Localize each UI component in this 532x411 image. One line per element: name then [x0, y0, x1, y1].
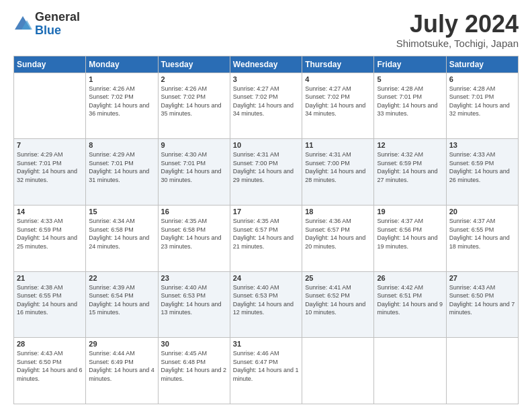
day-number: 12 — [377, 141, 443, 149]
header-thursday: Thursday — [302, 56, 374, 73]
calendar-cell-w4-d6: 26Sunrise: 4:42 AMSunset: 6:51 PMDayligh… — [374, 271, 446, 338]
day-info: Sunrise: 4:33 AMSunset: 6:59 PMDaylight:… — [17, 217, 83, 250]
calendar-week-5: 28Sunrise: 4:43 AMSunset: 6:50 PMDayligh… — [14, 338, 519, 404]
day-number: 27 — [449, 274, 515, 282]
day-number: 29 — [89, 340, 154, 348]
day-info: Sunrise: 4:26 AMSunset: 7:02 PMDaylight:… — [89, 85, 154, 118]
day-info: Sunrise: 4:27 AMSunset: 7:02 PMDaylight:… — [233, 85, 299, 118]
calendar-cell-w1-d5: 4Sunrise: 4:27 AMSunset: 7:02 PMDaylight… — [302, 73, 374, 139]
calendar-cell-w3-d4: 17Sunrise: 4:35 AMSunset: 6:57 PMDayligh… — [230, 205, 302, 271]
calendar-cell-w1-d1 — [14, 73, 86, 139]
calendar-cell-w5-d3: 30Sunrise: 4:45 AMSunset: 6:48 PMDayligh… — [158, 338, 230, 404]
calendar-cell-w3-d7: 20Sunrise: 4:37 AMSunset: 6:55 PMDayligh… — [446, 205, 518, 271]
day-number: 3 — [233, 75, 299, 83]
day-info: Sunrise: 4:26 AMSunset: 7:02 PMDaylight:… — [161, 85, 227, 118]
calendar-cell-w3-d1: 14Sunrise: 4:33 AMSunset: 6:59 PMDayligh… — [14, 205, 86, 271]
calendar-cell-w5-d2: 29Sunrise: 4:44 AMSunset: 6:49 PMDayligh… — [86, 338, 158, 404]
day-info: Sunrise: 4:35 AMSunset: 6:58 PMDaylight:… — [161, 217, 227, 250]
day-number: 16 — [161, 208, 227, 216]
calendar-cell-w4-d3: 23Sunrise: 4:40 AMSunset: 6:53 PMDayligh… — [158, 271, 230, 338]
calendar-cell-w4-d2: 22Sunrise: 4:39 AMSunset: 6:54 PMDayligh… — [86, 271, 158, 338]
calendar-cell-w4-d5: 25Sunrise: 4:41 AMSunset: 6:52 PMDayligh… — [302, 271, 374, 338]
calendar-cell-w2-d7: 13Sunrise: 4:33 AMSunset: 6:59 PMDayligh… — [446, 139, 518, 205]
logo: General Blue — [13, 11, 80, 38]
day-info: Sunrise: 4:44 AMSunset: 6:49 PMDaylight:… — [89, 349, 154, 383]
day-info: Sunrise: 4:45 AMSunset: 6:48 PMDaylight:… — [161, 349, 227, 383]
day-info: Sunrise: 4:36 AMSunset: 6:57 PMDaylight:… — [305, 217, 371, 250]
day-info: Sunrise: 4:34 AMSunset: 6:58 PMDaylight:… — [89, 217, 154, 250]
calendar-cell-w2-d2: 8Sunrise: 4:29 AMSunset: 7:01 PMDaylight… — [86, 139, 158, 205]
day-number: 2 — [161, 75, 227, 83]
day-info: Sunrise: 4:38 AMSunset: 6:55 PMDaylight:… — [17, 283, 83, 317]
calendar: Sunday Monday Tuesday Wednesday Thursday… — [13, 56, 519, 404]
calendar-cell-w2-d3: 9Sunrise: 4:30 AMSunset: 7:01 PMDaylight… — [158, 139, 230, 205]
calendar-header-row: Sunday Monday Tuesday Wednesday Thursday… — [14, 56, 519, 73]
logo-general: General — [35, 11, 80, 24]
day-number: 7 — [17, 141, 83, 149]
calendar-cell-w3-d2: 15Sunrise: 4:34 AMSunset: 6:58 PMDayligh… — [86, 205, 158, 271]
calendar-cell-w4-d4: 24Sunrise: 4:40 AMSunset: 6:53 PMDayligh… — [230, 271, 302, 338]
day-info: Sunrise: 4:27 AMSunset: 7:02 PMDaylight:… — [305, 85, 371, 118]
day-info: Sunrise: 4:29 AMSunset: 7:01 PMDaylight:… — [17, 150, 83, 184]
calendar-cell-w3-d5: 18Sunrise: 4:36 AMSunset: 6:57 PMDayligh… — [302, 205, 374, 271]
day-number: 20 — [449, 208, 515, 216]
title-block: July 2024 Shimotsuke, Tochigi, Japan — [396, 11, 519, 49]
day-info: Sunrise: 4:35 AMSunset: 6:57 PMDaylight:… — [233, 217, 299, 250]
calendar-cell-w5-d5 — [302, 338, 374, 404]
header-monday: Monday — [86, 56, 158, 73]
day-number: 5 — [377, 75, 443, 83]
calendar-cell-w3-d3: 16Sunrise: 4:35 AMSunset: 6:58 PMDayligh… — [158, 205, 230, 271]
day-number: 31 — [233, 340, 299, 348]
calendar-cell-w5-d4: 31Sunrise: 4:46 AMSunset: 6:47 PMDayligh… — [230, 338, 302, 404]
logo-text: General Blue — [35, 11, 80, 38]
header: General Blue July 2024 Shimotsuke, Tochi… — [13, 11, 519, 49]
day-number: 4 — [305, 75, 371, 83]
calendar-cell-w5-d6 — [374, 338, 446, 404]
day-info: Sunrise: 4:31 AMSunset: 7:00 PMDaylight:… — [305, 150, 371, 184]
day-info: Sunrise: 4:28 AMSunset: 7:01 PMDaylight:… — [377, 85, 443, 118]
day-number: 8 — [89, 141, 154, 149]
calendar-week-2: 7Sunrise: 4:29 AMSunset: 7:01 PMDaylight… — [14, 139, 519, 205]
header-saturday: Saturday — [446, 56, 518, 73]
calendar-cell-w4-d1: 21Sunrise: 4:38 AMSunset: 6:55 PMDayligh… — [14, 271, 86, 338]
calendar-cell-w5-d7 — [446, 338, 518, 404]
day-number: 23 — [161, 274, 227, 282]
day-number: 17 — [233, 208, 299, 216]
day-number: 21 — [17, 274, 83, 282]
header-sunday: Sunday — [14, 56, 86, 73]
calendar-cell-w1-d6: 5Sunrise: 4:28 AMSunset: 7:01 PMDaylight… — [374, 73, 446, 139]
header-wednesday: Wednesday — [230, 56, 302, 73]
calendar-cell-w1-d7: 6Sunrise: 4:28 AMSunset: 7:01 PMDaylight… — [446, 73, 518, 139]
day-info: Sunrise: 4:33 AMSunset: 6:59 PMDaylight:… — [449, 150, 515, 184]
header-tuesday: Tuesday — [158, 56, 230, 73]
day-number: 22 — [89, 274, 154, 282]
day-info: Sunrise: 4:32 AMSunset: 6:59 PMDaylight:… — [377, 150, 443, 184]
location-title: Shimotsuke, Tochigi, Japan — [396, 38, 519, 49]
day-info: Sunrise: 4:30 AMSunset: 7:01 PMDaylight:… — [161, 150, 227, 184]
day-info: Sunrise: 4:37 AMSunset: 6:56 PMDaylight:… — [377, 217, 443, 250]
day-info: Sunrise: 4:31 AMSunset: 7:00 PMDaylight:… — [233, 150, 299, 184]
day-info: Sunrise: 4:29 AMSunset: 7:01 PMDaylight:… — [89, 150, 154, 184]
day-number: 24 — [233, 274, 299, 282]
calendar-cell-w2-d6: 12Sunrise: 4:32 AMSunset: 6:59 PMDayligh… — [374, 139, 446, 205]
day-info: Sunrise: 4:43 AMSunset: 6:50 PMDaylight:… — [449, 283, 515, 317]
day-number: 1 — [89, 75, 154, 83]
day-number: 11 — [305, 141, 371, 149]
calendar-cell-w1-d4: 3Sunrise: 4:27 AMSunset: 7:02 PMDaylight… — [230, 73, 302, 139]
day-info: Sunrise: 4:40 AMSunset: 6:53 PMDaylight:… — [233, 283, 299, 317]
day-info: Sunrise: 4:39 AMSunset: 6:54 PMDaylight:… — [89, 283, 154, 317]
calendar-cell-w5-d1: 28Sunrise: 4:43 AMSunset: 6:50 PMDayligh… — [14, 338, 86, 404]
day-info: Sunrise: 4:42 AMSunset: 6:51 PMDaylight:… — [377, 283, 443, 317]
calendar-cell-w2-d4: 10Sunrise: 4:31 AMSunset: 7:00 PMDayligh… — [230, 139, 302, 205]
calendar-cell-w1-d3: 2Sunrise: 4:26 AMSunset: 7:02 PMDaylight… — [158, 73, 230, 139]
day-number: 30 — [161, 340, 227, 348]
calendar-cell-w2-d5: 11Sunrise: 4:31 AMSunset: 7:00 PMDayligh… — [302, 139, 374, 205]
logo-icon — [13, 15, 32, 34]
calendar-cell-w2-d1: 7Sunrise: 4:29 AMSunset: 7:01 PMDaylight… — [14, 139, 86, 205]
day-info: Sunrise: 4:46 AMSunset: 6:47 PMDaylight:… — [233, 349, 299, 383]
day-number: 14 — [17, 208, 83, 216]
day-number: 13 — [449, 141, 515, 149]
calendar-cell-w1-d2: 1Sunrise: 4:26 AMSunset: 7:02 PMDaylight… — [86, 73, 158, 139]
day-info: Sunrise: 4:41 AMSunset: 6:52 PMDaylight:… — [305, 283, 371, 317]
calendar-cell-w4-d7: 27Sunrise: 4:43 AMSunset: 6:50 PMDayligh… — [446, 271, 518, 338]
